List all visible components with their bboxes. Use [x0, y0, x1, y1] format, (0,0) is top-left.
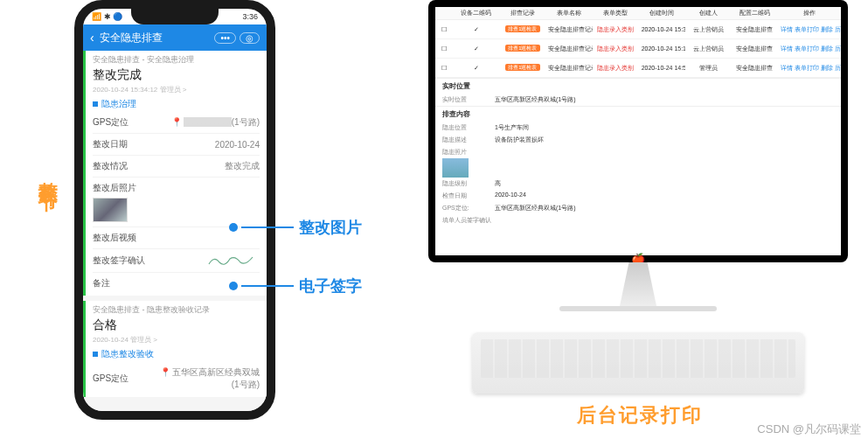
monitor-base — [559, 306, 717, 311]
content-thumbnail[interactable] — [442, 158, 469, 178]
table-header: 设备二维码排查记录表单名称表单类型创建时间创建人配置二维码操作 — [435, 7, 841, 20]
app-header: ‹ 安全隐患排查 ••• ◎ — [83, 24, 267, 51]
status-icons: 📶 ✱ 🔵 — [92, 12, 122, 21]
table-body: ☐✓排查1巡检表安全隐患排查记录隐患录入类别2020-10-24 15:32云上… — [435, 20, 841, 78]
table-row[interactable]: ☐✓排查1巡检表安全隐患排查记录隐患录入类别2020-10-24 15:32云上… — [435, 20, 841, 39]
monitor-bezel: 设备二维码排查记录表单名称表单类型创建时间创建人配置二维码操作 ☐✓排查1巡检表… — [428, 0, 848, 262]
callout-photo: 整改图片 — [229, 217, 362, 238]
callout-line — [241, 226, 294, 228]
note-label: 备注 — [93, 277, 110, 289]
table-row[interactable]: ☐✓排查1巡检表安全隐患排查记录隐患录入类别2020-10-24 14:53管理… — [435, 59, 841, 78]
section-location: 实时位置 — [435, 78, 841, 94]
callout-dot — [229, 223, 238, 232]
callout-text: 整改图片 — [299, 217, 362, 238]
row-gps-2: GPS定位 📍五华区高新区经典双城(1号路) — [93, 362, 260, 395]
gps-label: GPS定位 — [93, 116, 128, 129]
callout-text: 电子签字 — [299, 275, 362, 296]
callout-dot — [229, 282, 238, 290]
kv-location: 实时位置五华区高新区经典双城(1号路) — [435, 94, 841, 106]
breadcrumb: 安全隐患排查 - 安全隐患治理 — [93, 54, 260, 66]
header-title: 安全隐患排查 — [100, 31, 163, 45]
photo-label: 整改后照片 — [93, 182, 136, 194]
card-accept: 安全隐患排查 - 隐患整改验收记录 合格 2020-10-24 管理员 > 隐患… — [83, 301, 267, 397]
phone-notch — [131, 9, 219, 24]
pin-icon: 📍 — [160, 367, 170, 377]
more-icon[interactable]: ••• — [214, 32, 236, 44]
signature-image — [207, 254, 260, 268]
monitor-stand — [608, 262, 669, 306]
watermark: CSDN @凡尔码课堂 — [757, 422, 861, 437]
card-rectify: 安全隐患排查 - 安全隐患治理 整改完成 2020-10-24 15:34:12… — [83, 51, 267, 296]
date-value: 2020-10-24 — [215, 140, 260, 150]
section-title-2: 隐患整改验收 — [93, 348, 260, 360]
date-label: 整改日期 — [93, 138, 128, 150]
status-label: 整改情况 — [93, 160, 128, 172]
target-icon[interactable]: ◎ — [240, 32, 260, 44]
callout-line — [241, 285, 294, 287]
monitor-mockup: 设备二维码排查记录表单名称表单类型创建时间创建人配置二维码操作 ☐✓排查1巡检表… — [428, 0, 848, 394]
left-section-label: 整改环节 — [35, 166, 61, 180]
gps-label-2: GPS定位 — [93, 373, 128, 385]
video-label: 整改后视频 — [93, 232, 136, 244]
table-row[interactable]: ☐✓排查1巡检表安全隐患排查记录隐患录入类别2020-10-24 15:11云上… — [435, 39, 841, 59]
keyboard — [472, 332, 804, 394]
photo-thumbnail[interactable] — [93, 198, 128, 222]
pin-icon: 📍 — [171, 117, 182, 127]
status-value: 整改完成 — [225, 160, 260, 172]
back-icon[interactable]: ‹ — [90, 31, 94, 45]
card-title-2: 合格 — [93, 317, 260, 333]
status-time: 3:36 — [242, 12, 258, 21]
card-meta: 2020-10-24 15:34:12 管理员 > — [93, 85, 260, 94]
card-title: 整改完成 — [93, 67, 260, 83]
callout-sign: 电子签字 — [229, 275, 362, 296]
row-signature: 整改签字确认 — [93, 249, 260, 273]
section-title: 隐患治理 — [93, 98, 260, 110]
section-content: 排查内容 — [435, 106, 841, 122]
row-gps: GPS定位 📍xxxxxxxxxxx(1号路) — [93, 112, 260, 134]
card-meta-2: 2020-10-24 管理员 > — [93, 335, 260, 345]
bottom-label: 后台记录打印 — [577, 402, 703, 429]
monitor-screen: 设备二维码排查记录表单名称表单类型创建时间创建人配置二维码操作 ☐✓排查1巡检表… — [435, 7, 841, 255]
breadcrumb-2: 安全隐患排查 - 隐患整改验收记录 — [93, 304, 260, 316]
phone-mockup: 📶 ✱ 🔵 3:36 ‹ 安全隐患排查 ••• ◎ 安全隐患排查 - 安全隐患治… — [74, 0, 275, 420]
gps-value: 📍xxxxxxxxxxx(1号路) — [171, 116, 260, 129]
row-date: 整改日期 2020-10-24 — [93, 134, 260, 156]
sign-label: 整改签字确认 — [93, 254, 145, 267]
row-status: 整改情况 整改完成 — [93, 156, 260, 178]
gps-value-2: 📍五华区高新区经典双城(1号路) — [155, 366, 260, 391]
